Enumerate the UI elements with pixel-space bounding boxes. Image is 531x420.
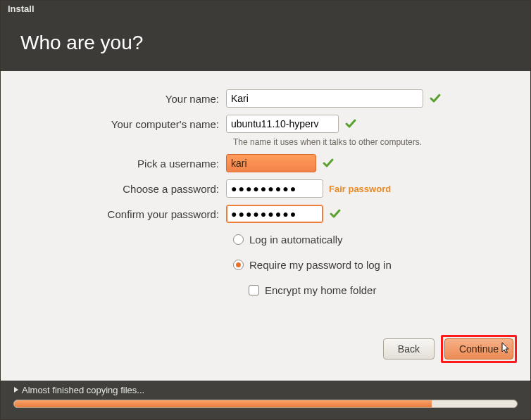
footer-status-row[interactable]: Almost finished copying files... (13, 385, 518, 395)
option-label: Require my password to log in (249, 259, 392, 271)
back-button[interactable]: Back (383, 338, 435, 359)
option-require-password[interactable]: Require my password to log in (233, 255, 502, 274)
password-strength: Fair password (329, 184, 391, 194)
footer-status: Almost finished copying files... (22, 385, 144, 395)
installer-window: Install Who are you? Your name: Your com… (0, 0, 531, 420)
checkmark-icon (329, 208, 342, 220)
continue-button[interactable]: Continue (444, 338, 513, 359)
label-confirm: Confirm your password: (29, 208, 226, 220)
progress-bar (13, 400, 518, 408)
radio-icon[interactable] (233, 260, 244, 270)
checkmark-icon (344, 117, 357, 130)
user-form: Your name: Your computer's name: The (29, 89, 502, 299)
label-your-name: Your name: (29, 93, 226, 105)
footer: Almost finished copying files... (1, 381, 530, 419)
checkmark-icon (322, 157, 335, 170)
checkmark-icon (429, 92, 442, 105)
option-auto-login[interactable]: Log in automatically (233, 230, 502, 248)
page-header: Who are you? (1, 19, 530, 71)
window-titlebar[interactable]: Install (1, 1, 530, 19)
triangle-right-icon (13, 385, 19, 395)
row-confirm: Confirm your password: (29, 205, 502, 223)
label-username: Pick a username: (29, 158, 226, 170)
computer-name-input[interactable] (226, 115, 339, 133)
computer-name-hint: The name it uses when it talks to other … (233, 137, 502, 147)
option-label: Log in automatically (249, 234, 343, 246)
row-password: Choose a password: Fair password (29, 179, 502, 198)
page-title: Who are you? (20, 32, 511, 54)
password-input[interactable] (226, 179, 323, 198)
label-password: Choose a password: (29, 183, 226, 195)
label-computer-name: Your computer's name: (29, 118, 226, 130)
option-encrypt-home[interactable]: Encrypt my home folder (249, 281, 502, 299)
username-input[interactable] (226, 154, 316, 172)
row-username: Pick a username: (29, 154, 502, 172)
form-body: Your name: Your computer's name: The (1, 71, 530, 381)
confirm-password-input[interactable] (226, 205, 323, 223)
nav-buttons: Back Continue (383, 338, 513, 359)
row-your-name: Your name: (29, 89, 502, 108)
your-name-input[interactable] (226, 89, 423, 108)
option-label: Encrypt my home folder (265, 284, 376, 296)
row-computer-name: Your computer's name: (29, 115, 502, 133)
progress-fill (14, 400, 432, 407)
radio-icon[interactable] (233, 234, 244, 245)
checkbox-icon[interactable] (249, 285, 259, 295)
